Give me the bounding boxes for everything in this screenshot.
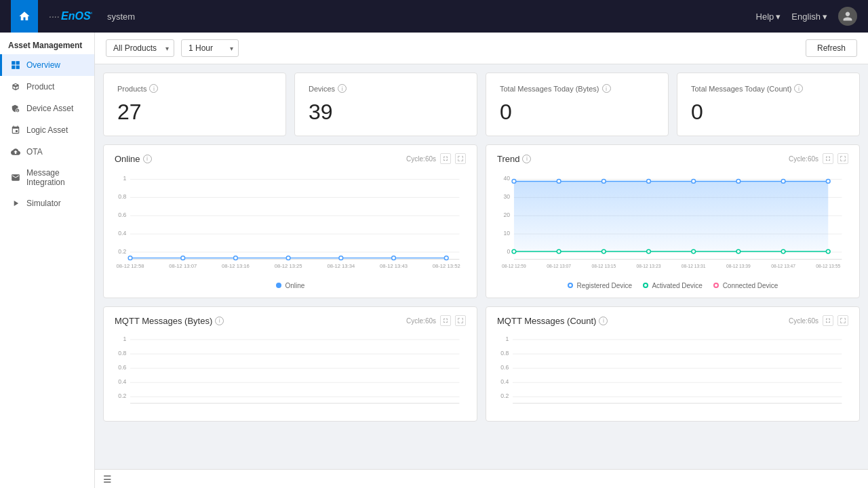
- svg-rect-3: [12, 61, 15, 64]
- info-icon-messages-count[interactable]: i: [794, 84, 803, 93]
- trend-legend-dot-registered: [568, 283, 573, 288]
- product-filter-wrapper[interactable]: All Products: [106, 39, 174, 57]
- sidebar-item-ota[interactable]: OTA: [0, 141, 94, 163]
- time-filter-wrapper[interactable]: 1 Hour 6 Hours 24 Hours 7 Days: [181, 39, 239, 57]
- system-label: system: [107, 12, 135, 22]
- svg-point-23: [392, 256, 396, 260]
- product-icon: [10, 81, 21, 92]
- svg-text:08-12 13:39: 08-12 13:39: [726, 264, 751, 268]
- sidebar: Asset Management Overview Product Device…: [0, 33, 95, 488]
- sidebar-item-product[interactable]: Product: [0, 76, 94, 98]
- sidebar-label-ota: OTA: [26, 147, 43, 157]
- mqtt-count-chart-title: MQTT Messages (Count): [497, 316, 596, 326]
- svg-point-59: [826, 249, 830, 253]
- info-icon-mqtt-bytes[interactable]: i: [215, 317, 224, 325]
- svg-point-44: [512, 180, 516, 184]
- stat-card-messages-count: Total Messages Today (Count) i 0: [677, 73, 860, 136]
- trend-expand-icon[interactable]: [823, 153, 833, 164]
- svg-text:0.6: 0.6: [118, 211, 126, 218]
- trend-cycle-label: Cycle:60s: [789, 155, 818, 163]
- svg-point-20: [234, 256, 238, 260]
- info-icon-online[interactable]: i: [143, 155, 152, 163]
- home-button[interactable]: [11, 0, 38, 33]
- svg-point-50: [781, 180, 785, 184]
- mqtt-bytes-fullscreen-icon[interactable]: [455, 315, 466, 326]
- svg-text:0.8: 0.8: [118, 193, 126, 200]
- svg-point-49: [736, 180, 741, 184]
- info-icon-trend[interactable]: i: [522, 155, 531, 163]
- user-avatar[interactable]: [838, 7, 857, 26]
- svg-point-45: [557, 180, 561, 184]
- mqtt-bytes-chart-svg-wrap: 1 0.8 0.6 0.4 0.2: [115, 331, 466, 413]
- trend-chart-svg-wrap: 40 30 20 10 0: [497, 169, 848, 278]
- svg-text:0.8: 0.8: [118, 350, 126, 357]
- mqtt-bytes-expand-icon[interactable]: [440, 315, 451, 326]
- svg-point-58: [781, 249, 785, 253]
- logic-asset-icon: [10, 125, 21, 136]
- content-area: All Products 1 Hour 6 Hours 24 Hours 7 D…: [95, 33, 868, 488]
- info-icon-mqtt-count[interactable]: i: [599, 317, 608, 325]
- trend-fullscreen-icon[interactable]: [837, 153, 848, 164]
- time-filter-select[interactable]: 1 Hour 6 Hours 24 Hours 7 Days: [181, 39, 239, 57]
- mqtt-bytes-chart-header: MQTT Messages (Bytes) i Cycle:60s: [115, 315, 466, 326]
- svg-text:08-12 12:58: 08-12 12:58: [117, 263, 144, 269]
- svg-point-54: [601, 249, 606, 253]
- product-filter-select[interactable]: All Products: [106, 39, 174, 57]
- svg-text:0.2: 0.2: [118, 248, 126, 255]
- sidebar-item-message-integration[interactable]: Message Integration: [0, 163, 94, 192]
- toolbar: All Products 1 Hour 6 Hours 24 Hours 7 D…: [95, 33, 868, 64]
- sidebar-item-logic-asset[interactable]: Logic Asset: [0, 119, 94, 141]
- svg-point-22: [339, 256, 343, 260]
- mqtt-count-chart-svg-wrap: 1 0.8 0.6 0.4 0.2: [497, 331, 848, 413]
- online-expand-icon[interactable]: [440, 153, 451, 164]
- device-asset-icon: [10, 103, 21, 114]
- sidebar-label-overview: Overview: [26, 60, 60, 70]
- stat-card-messages-bytes: Total Messages Today (Bytes) i 0: [486, 73, 669, 136]
- svg-text:····: ····: [49, 11, 60, 22]
- refresh-button[interactable]: Refresh: [806, 39, 857, 57]
- online-legend-label: Online: [285, 282, 304, 289]
- mqtt-bytes-cycle-label: Cycle:60s: [406, 317, 436, 325]
- svg-point-56: [692, 249, 696, 253]
- language-button[interactable]: English ▾: [791, 12, 827, 22]
- sidebar-item-device-asset[interactable]: Device Asset: [0, 98, 94, 119]
- svg-text:08-12 13:07: 08-12 13:07: [169, 263, 197, 269]
- sidebar-label-simulator: Simulator: [26, 199, 61, 208]
- dashboard: Products i 27 Devices i 39 Total Message…: [95, 64, 868, 469]
- svg-text:08-12 13:15: 08-12 13:15: [591, 264, 616, 268]
- svg-text:08-12 13:23: 08-12 13:23: [637, 264, 661, 268]
- main-layout: Asset Management Overview Product Device…: [0, 33, 868, 488]
- stat-value-devices: 39: [309, 100, 463, 125]
- sidebar-item-overview[interactable]: Overview: [0, 54, 94, 76]
- sidebar-label-message-integration: Message Integration: [26, 168, 86, 187]
- info-icon-products[interactable]: i: [149, 84, 158, 93]
- stat-title-messages-count: Total Messages Today (Count): [691, 85, 791, 93]
- mqtt-count-expand-icon[interactable]: [823, 315, 833, 326]
- online-chart-header: Online i Cycle:60s: [115, 153, 466, 164]
- svg-text:1: 1: [123, 336, 126, 342]
- sidebar-item-simulator[interactable]: Simulator: [0, 192, 94, 214]
- bottom-menu-icon[interactable]: ☰: [103, 474, 112, 485]
- info-icon-devices[interactable]: i: [338, 84, 347, 93]
- mqtt-count-fullscreen-icon[interactable]: [837, 315, 848, 326]
- trend-legend-registered: Registered Device: [576, 282, 632, 289]
- stat-value-messages-count: 0: [691, 100, 846, 125]
- svg-point-55: [647, 249, 651, 253]
- svg-text:0.2: 0.2: [118, 392, 126, 399]
- svg-rect-6: [16, 66, 20, 69]
- sidebar-section-title: Asset Management: [0, 33, 94, 54]
- mqtt-bytes-chart-actions: Cycle:60s: [406, 315, 466, 326]
- trend-chart-actions: Cycle:60s: [789, 153, 848, 164]
- svg-point-47: [647, 180, 651, 184]
- svg-point-51: [826, 180, 830, 184]
- online-fullscreen-icon[interactable]: [455, 153, 466, 164]
- topbar: ···· EnOS ™ system Help ▾ English ▾: [0, 0, 868, 33]
- info-icon-messages-bytes[interactable]: i: [602, 84, 611, 93]
- message-integration-icon: [10, 172, 21, 183]
- svg-text:0.4: 0.4: [118, 230, 126, 237]
- topbar-left: ···· EnOS ™ system: [11, 0, 135, 33]
- help-button[interactable]: Help ▾: [756, 12, 781, 22]
- svg-text:08-12 13:52: 08-12 13:52: [433, 263, 460, 269]
- svg-text:08-12 13:47: 08-12 13:47: [771, 264, 795, 268]
- svg-text:30: 30: [504, 193, 511, 200]
